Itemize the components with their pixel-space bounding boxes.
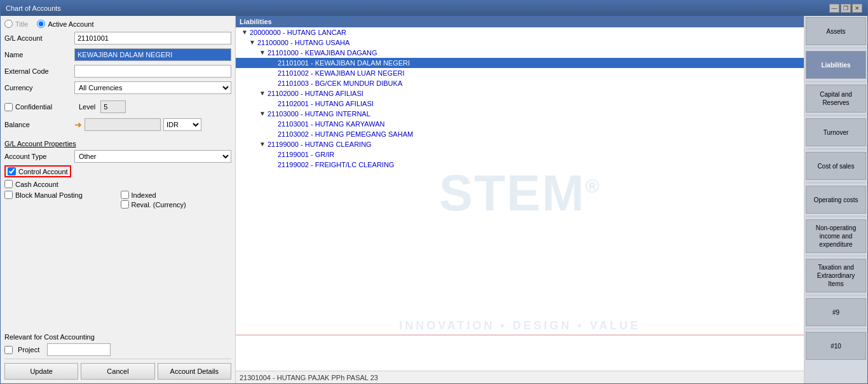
title-radio[interactable] (4, 20, 13, 28)
sidebar-capital-btn[interactable]: Capital and Reserves (806, 85, 866, 113)
tree-item-21103002[interactable]: 21103002 - HUTANG PEMEGANG SAHAM (236, 129, 804, 139)
tree-link[interactable]: 21199002 - FREIGHT/LC CLEARING (278, 161, 394, 168)
toggle-icon (269, 79, 276, 87)
cash-account-label: Cash Account (15, 181, 58, 188)
cancel-button[interactable]: Cancel (81, 363, 154, 380)
project-input[interactable] (47, 343, 111, 356)
sidebar-operating-costs-btn[interactable]: Operating costs (806, 186, 866, 214)
account-details-button[interactable]: Account Details (158, 363, 231, 380)
gl-account-row: G/L Account (4, 32, 231, 45)
sidebar-divider (806, 328, 866, 330)
block-manual-checkbox[interactable] (4, 191, 13, 199)
sidebar-cost-of-sales-btn[interactable]: Cost of sales (806, 152, 866, 180)
tree-item-20000000[interactable]: ▼ 20000000 - HUTANG LANCAR (236, 27, 804, 38)
tree-item-21199002[interactable]: 21199002 - FREIGHT/LC CLEARING (236, 160, 804, 170)
reval-label: Reval. (Currency) (132, 201, 186, 209)
tree-item-21101003[interactable]: 21101003 - BG/CEK MUNDUR DIBUKA (236, 78, 804, 88)
update-button[interactable]: Update (4, 363, 78, 380)
balance-row: Balance ➜ IDR (4, 118, 231, 131)
minimize-button[interactable]: — (829, 4, 839, 13)
external-code-input[interactable] (74, 65, 231, 78)
left-col: Block Manual Posting (4, 191, 116, 210)
sidebar-divider (806, 255, 866, 257)
restore-button[interactable]: ❐ (841, 4, 851, 13)
two-col-section: Block Manual Posting Indexed Reval. (Cur… (4, 191, 231, 210)
sidebar-taxation-btn[interactable]: Taxation and Extraordinary Items (806, 259, 866, 292)
gl-account-label: G/L Account (4, 34, 74, 42)
watermark-line (236, 334, 804, 336)
title-bar-controls: — ❐ ✕ (829, 4, 862, 13)
control-account-row: Control Account (4, 165, 231, 177)
tree-link[interactable]: 21103001 - HUTANG KARYAWAN (278, 120, 385, 128)
toggle-icon: ▼ (241, 29, 248, 36)
tree-item-21101000[interactable]: ▼ 21101000 - KEWAJIBAN DAGANG (236, 48, 804, 58)
reval-row: Reval. (Currency) (121, 200, 232, 209)
tree-link[interactable]: 21103002 - HUTANG PEMEGANG SAHAM (278, 130, 413, 138)
tree-text: 21101001 - KEWAJIBAN DALAM NEGERI (278, 59, 410, 67)
level-input[interactable] (100, 100, 126, 113)
tree-item-21100000[interactable]: ▼ 21100000 - HUTANG USAHA (236, 38, 804, 48)
block-manual-row: Block Manual Posting (4, 191, 116, 199)
balance-input[interactable] (85, 118, 161, 131)
sidebar-divider (806, 114, 866, 116)
currency-select[interactable]: All Currencies (74, 81, 231, 94)
tree-link[interactable]: 21101003 - BG/CEK MUNDUR DIBUKA (278, 79, 402, 87)
cash-account-checkbox[interactable] (4, 180, 13, 188)
tree-item-21199001[interactable]: 21199001 - GR/IR (236, 149, 804, 160)
sidebar-liabilities-btn[interactable]: Liabilities (806, 51, 866, 79)
tree-item-21199000[interactable]: ▼ 21199000 - HUTANG CLEARING (236, 139, 804, 149)
cash-account-row: Cash Account (4, 180, 231, 188)
account-type-label: Account Type (4, 153, 74, 160)
tree-item-21103000[interactable]: ▼ 21103000 - HUTANG INTERNAL (236, 109, 804, 119)
currency-row: Currency All Currencies (4, 81, 231, 94)
tree-link[interactable]: 20000000 - HUTANG LANCAR (250, 29, 346, 36)
tree-item-21101002[interactable]: 21101002 - KEWAJIBAN LUAR NEGERI (236, 68, 804, 78)
tree-link[interactable]: 21102000 - HUTANG AFILIASI (268, 90, 363, 97)
confidential-checkbox[interactable] (4, 103, 13, 111)
close-button[interactable]: ✕ (852, 4, 862, 13)
indexed-row: Indexed (121, 191, 232, 199)
account-type-row: Account Type Other (4, 150, 231, 163)
sidebar-non-operating-btn[interactable]: Non-operating income and expenditure (806, 219, 866, 253)
account-type-select[interactable]: Other (74, 150, 231, 163)
sidebar-item10-btn[interactable]: #10 (806, 332, 866, 360)
tree-link[interactable]: 21103000 - HUTANG INTERNAL (268, 110, 370, 118)
tree-item-21102001[interactable]: 21102001 - HUTANG AFILIASI (236, 99, 804, 109)
toggle-icon (269, 130, 276, 138)
control-account-highlight: Control Account (4, 165, 71, 177)
toggle-icon (269, 100, 276, 107)
name-input[interactable] (74, 48, 231, 61)
tree-link[interactable]: 21102001 - HUTANG AFILIASI (278, 100, 374, 107)
tree-link[interactable]: 21199000 - HUTANG CLEARING (268, 141, 372, 148)
sidebar-turnover-btn[interactable]: Turnover (806, 118, 866, 146)
sidebar-divider (806, 81, 866, 83)
tree-link[interactable]: 21101000 - KEWAJIBAN DAGANG (268, 49, 377, 57)
tree-item-21103001[interactable]: 21103001 - HUTANG KARYAWAN (236, 119, 804, 129)
sidebar-divider (806, 47, 866, 49)
project-checkbox[interactable] (4, 346, 13, 354)
active-account-label: Active Account (48, 20, 93, 28)
tree-link[interactable]: 21101002 - KEWAJIBAN LUAR NEGERI (278, 69, 405, 77)
sidebar-assets-btn[interactable]: Assets (806, 17, 866, 45)
status-text: 21301004 - HUTANG PAJAK PPh PASAL 23 (240, 374, 378, 381)
tree-item-21101001[interactable]: 21101001 - KEWAJIBAN DALAM NEGERI (236, 58, 804, 68)
gl-account-input[interactable] (74, 32, 231, 45)
active-account-radio[interactable] (37, 20, 45, 28)
window-title: Chart of Accounts (6, 4, 61, 12)
tree-link[interactable]: 21199001 - GR/IR (278, 151, 334, 158)
tree-item-21102000[interactable]: ▼ 21102000 - HUTANG AFILIASI (236, 88, 804, 99)
balance-currency-select[interactable]: IDR (163, 118, 201, 131)
indexed-checkbox[interactable] (121, 191, 129, 199)
toggle-icon: ▼ (248, 39, 256, 46)
sidebar-divider (806, 294, 866, 296)
control-account-checkbox[interactable] (8, 167, 16, 175)
gl-account-properties: G/L Account Properties Account Type Othe… (4, 137, 231, 210)
type-radio-row: Title Active Account (4, 20, 231, 28)
sidebar-item9-btn[interactable]: #9 (806, 298, 866, 326)
tree-panel: Liabilities ▼ 20000000 - HUTANG LANCAR ▼… (236, 16, 804, 371)
tree-link[interactable]: 21100000 - HUTANG USAHA (257, 39, 349, 46)
reval-checkbox[interactable] (121, 200, 129, 209)
toggle-icon: ▼ (259, 110, 266, 118)
sidebar-divider (806, 216, 866, 217)
gl-props-title: G/L Account Properties (4, 140, 231, 147)
